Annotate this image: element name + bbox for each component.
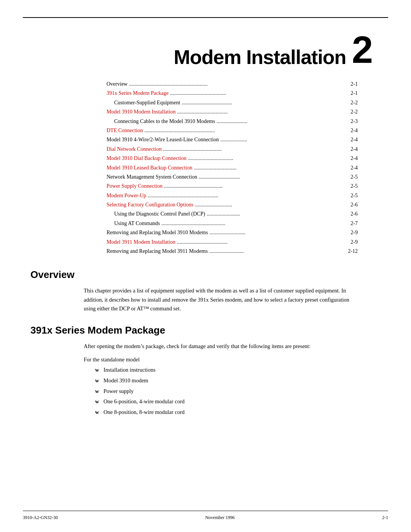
overview-body: This chapter provides a list of equipmen… [84,286,358,313]
toc-label: Model 3910 Dial Backup Connection [107,154,186,163]
top-border [23,17,388,18]
toc-dots: ...................................... [177,238,349,246]
toc-entry: Model 3910 Dial Backup Connection ......… [107,154,358,163]
toc-dots: ........................................… [148,192,349,200]
toc-dots: ...................................... [182,99,349,107]
toc-label: Model 3910 4-Wire/2-Wire Leased-Line Con… [107,136,219,144]
toc-entry: Network Management System Connection ...… [107,173,358,181]
toc-entry: Removing and Replacing Model 3910 Modems… [107,228,358,237]
list-item: w Installation instructions [95,366,381,374]
list-item-text: Installation instructions [104,366,156,374]
toc-page: 2-1 [350,80,358,88]
toc-entry: 391x Series Modem Package ..............… [107,89,358,97]
toc-page: 2-6 [350,210,358,218]
list-bullet: w [95,366,100,374]
toc-entry: Power Supply Connection ................… [107,182,358,190]
bottom-border [23,511,388,511]
toc-label: Selecting Factory Configuration Options [107,201,193,209]
toc-label: Removing and Replacing Model 3910 Modems [107,228,208,237]
toc-entry: Customer-Supplied Equipment ............… [107,99,358,107]
toc-page: 2-2 [350,99,358,107]
toc-page: 2-4 [350,154,358,163]
toc-label: Dial Network Connection [107,145,162,153]
list-item-text: Power supply [104,387,134,396]
toc-entry: Selecting Factory Configuration Options … [107,201,358,209]
toc-label: Model 3910 Leased Backup Connection [107,164,193,172]
series-package-section: 391x Series Modem Package After opening … [30,324,381,417]
toc-page: 2-5 [350,182,358,190]
toc-dots: ........................................… [129,80,349,88]
list-item: w One 8-position, 8-wire modular cord [95,408,381,417]
list-item: w One 6-position, 4-wire modular cord [95,398,381,406]
toc-dots: ......................... [207,210,349,218]
list-items: w Installation instructions w Model 3910… [30,366,381,417]
toc-page: 2-4 [350,164,358,172]
toc-dots: ........................................… [144,126,349,135]
toc-dots: ........................................… [170,89,349,97]
footer-page: 2-1 [382,515,388,521]
toc-page: 2-5 [350,192,358,200]
toc-entry: Removing and Replacing Model 3911 Modems… [107,247,358,256]
footer-date: November 1996 [205,515,235,521]
series-package-heading: 391x Series Modem Package [30,324,381,336]
list-item-text: One 8-position, 8-wire modular cord [104,408,185,417]
list-bullet: w [95,377,100,385]
toc-label: Overview [107,80,127,88]
toc-dots: ........................................… [161,219,349,228]
chapter-title-area: Modem Installation 2 [30,30,381,69]
toc-label: Power Supply Connection [107,182,162,190]
list-bullet: w [95,408,100,416]
footer-doc-number: 3910-A2-GN32-30 [23,515,58,521]
list-item-text: Model 3910 modem [104,377,148,385]
list-bullet: w [95,398,100,406]
toc-entry: Model 3910 4-Wire/2-Wire Leased-Line Con… [107,136,358,144]
toc-dots: ............................ [195,201,349,209]
toc-page: 2-4 [350,136,358,144]
toc-label: Modem Power-Up [107,192,146,200]
toc-label: Network Management System Connection [107,173,197,181]
toc-page: 2-6 [350,201,358,209]
toc-entry: Overview ...............................… [107,80,358,88]
toc-label: Model 3911 Modem Installation [107,238,175,246]
toc-page: 2-9 [350,228,358,237]
toc-page: 2-3 [350,117,358,126]
toc-entry: DTE Connection .........................… [107,126,358,135]
list-item-text: One 6-position, 4-wire modular cord [104,398,185,406]
page-container: Modem Installation 2 Overview ..........… [0,0,411,532]
list-bullet: w [95,387,100,395]
toc-page: 2-1 [350,89,358,97]
toc-dots: ....................... [217,117,349,126]
toc-label: Connecting Cables to the Model 3910 Mode… [114,117,215,126]
toc-page: 2-9 [350,238,358,246]
toc-label: Customer-Supplied Equipment [114,99,180,107]
toc-dots: ........................................… [164,182,349,190]
toc-label: 391x Series Modem Package [107,89,169,97]
toc-entry: Using AT Commands ......................… [107,219,358,228]
overview-section: Overview This chapter provides a list of… [30,269,381,313]
toc-label: Removing and Replacing Model 3911 Modems [107,247,208,256]
toc-page: 2-4 [350,126,358,135]
toc-page: 2-5 [350,173,358,181]
toc-dots: .................... [220,136,349,144]
standalone-label: For the standalone model [84,356,381,363]
toc-entry: Model 3911 Modem Installation ..........… [107,238,358,246]
toc-dots: ........................................… [163,145,349,153]
toc-dots: .......................... [209,247,346,256]
toc-dots: ............................... [199,173,349,181]
chapter-number: 2 [352,30,373,69]
toc-entry: Model 3910 Leased Backup Connection ....… [107,164,358,172]
footer: 3910-A2-GN32-30 November 1996 2-1 [23,515,388,521]
list-item: w Power supply [95,387,381,396]
toc-dots: ........................... [209,228,349,237]
toc-label: Using AT Commands [114,219,160,228]
list-item: w Model 3910 modem [95,377,381,385]
toc-container: Overview ...............................… [30,80,381,256]
toc-page: 2-4 [350,145,358,153]
toc-dots: ...................................... [177,108,349,116]
overview-heading: Overview [30,269,381,281]
toc-entry: Using the Diagnostic Control Panel (DCP)… [107,210,358,218]
toc-entry: Dial Network Connection ................… [107,145,358,153]
toc-page: 2-2 [350,108,358,116]
toc-entry: Model 3910 Modem Installation ..........… [107,108,358,116]
toc-label: Using the Diagnostic Control Panel (DCP) [114,210,205,218]
